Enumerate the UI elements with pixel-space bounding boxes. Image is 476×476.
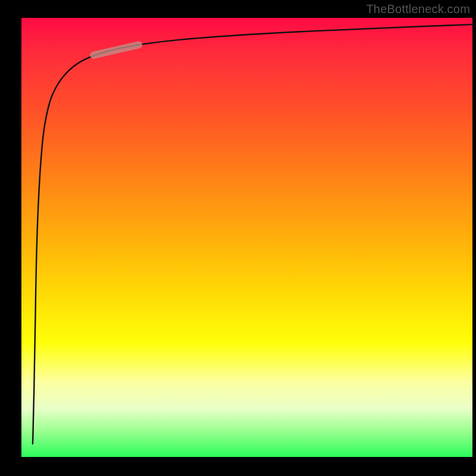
curve-main	[33, 24, 472, 444]
chart-svg	[21, 18, 472, 457]
watermark-text: TheBottleneck.com	[366, 2, 470, 16]
chart-frame: TheBottleneck.com	[0, 0, 476, 476]
plot-area	[21, 18, 472, 457]
curve-highlight-segment	[93, 45, 139, 55]
